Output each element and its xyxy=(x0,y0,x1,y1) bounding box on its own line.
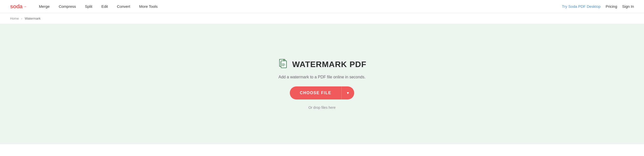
tool-header: WATERMARK PDF xyxy=(277,58,366,70)
main-content: WATERMARK PDF Add a watermark to a PDF f… xyxy=(0,24,644,144)
choose-file-button[interactable]: CHOOSE FILE ▼ xyxy=(290,86,354,99)
nav-right: Try Soda PDF Desktop Pricing Sign In xyxy=(562,4,634,9)
nav-signin[interactable]: Sign In xyxy=(622,4,634,9)
nav-item-convert[interactable]: Convert xyxy=(113,3,134,10)
try-desktop-link[interactable]: Try Soda PDF Desktop xyxy=(562,4,601,9)
nav-item-compress[interactable]: Compress xyxy=(55,3,80,10)
logo[interactable]: soda→ xyxy=(10,3,27,10)
pdf-watermark-icon xyxy=(277,58,289,70)
choose-file-wrapper: CHOOSE FILE ▼ xyxy=(290,86,354,99)
nav-item-more-tools[interactable]: More Tools xyxy=(135,3,162,10)
breadcrumb-home[interactable]: Home xyxy=(10,17,19,20)
tool-container: WATERMARK PDF Add a watermark to a PDF f… xyxy=(277,58,366,110)
tool-title: WATERMARK PDF xyxy=(292,60,366,69)
brand-arrow: → xyxy=(23,4,27,9)
chevron-down-icon: ▼ xyxy=(346,91,350,95)
svg-rect-4 xyxy=(281,61,287,68)
tool-subtitle: Add a watermark to a PDF file online in … xyxy=(278,75,366,79)
header: soda→ Merge Compress Split Edit Convert … xyxy=(0,0,644,13)
nav-item-split[interactable]: Split xyxy=(81,3,96,10)
breadcrumb-separator: › xyxy=(21,17,22,20)
choose-file-dropdown-btn[interactable]: ▼ xyxy=(342,91,354,95)
nav-item-edit[interactable]: Edit xyxy=(97,3,112,10)
brand-name: soda xyxy=(10,3,22,10)
choose-file-main-btn[interactable]: CHOOSE FILE xyxy=(290,87,341,99)
breadcrumb: Home › Watermark xyxy=(10,17,41,20)
logo-text: soda→ xyxy=(10,3,27,10)
nav-item-merge[interactable]: Merge xyxy=(35,3,54,10)
nav-pricing[interactable]: Pricing xyxy=(606,4,617,9)
nav-left: soda→ Merge Compress Split Edit Convert … xyxy=(10,3,162,10)
drop-hint: Or drop files here xyxy=(308,106,336,110)
breadcrumb-bar: Home › Watermark xyxy=(0,13,644,24)
main-nav: Merge Compress Split Edit Convert More T… xyxy=(35,3,162,10)
breadcrumb-current: Watermark xyxy=(25,17,41,20)
